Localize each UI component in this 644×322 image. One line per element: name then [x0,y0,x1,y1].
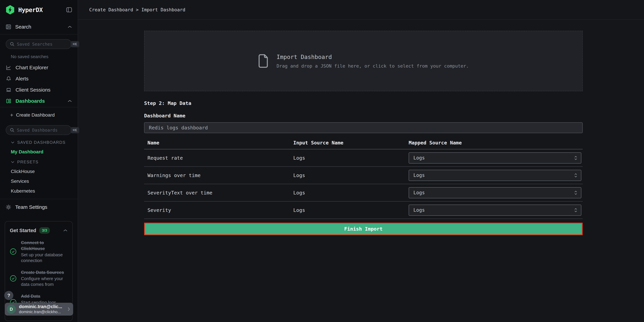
chart-line-icon [6,65,12,70]
finish-import-label: Finish Import [344,226,383,232]
select-value: Logs [414,190,574,196]
sidebar-item-label: Alerts [16,76,28,82]
row-name: Request rate [144,155,293,161]
dashboard-name-label: Dashboard Name [144,113,583,118]
sidebar: HyperDX Search [0,0,78,322]
create-dashboard-label: Create Dashboard [16,112,55,118]
avatar: D [7,304,16,314]
bell-icon [6,76,12,82]
select-chevrons-icon [574,208,578,212]
create-dashboard-button[interactable]: + Create Dashboard [0,110,78,120]
get-started-item-connect[interactable]: Connect to ClickHouse Set up your databa… [10,240,68,264]
mapped-source-select[interactable]: Logs [409,152,581,164]
file-icon [258,54,268,68]
chevron-up-icon [68,100,72,102]
sidebar-item-alerts[interactable]: Alerts [0,73,78,84]
sidebar-item-client-sessions[interactable]: Client Sessions [0,84,78,96]
gear-icon [6,204,11,210]
task-description: Configure where your data comes from [21,276,68,287]
sidebar-collapse-icon[interactable] [66,7,72,12]
sidebar-item-label: Dashboards [16,98,45,104]
presets-header-label: PRESETS [17,160,38,164]
topbar: Create Dashboard > Import Dashboard [78,0,644,20]
column-header-name: Name [144,140,293,146]
sidebar-section-search[interactable]: Search [0,20,78,34]
user-menu[interactable]: D dominic.tran@clic... dominic.tran@clic… [5,303,73,316]
sidebar-item-dashboards[interactable]: Dashboards [0,96,78,106]
user-email: dominic.tran@clickho... [19,309,68,314]
plus-icon: + [10,112,13,118]
get-started-progress-badge: 3/3 [39,227,50,234]
mapped-source-select[interactable]: Logs [409,170,581,181]
column-header-mapped-source: Mapped Source Name [409,140,583,146]
finish-import-button[interactable]: Finish Import [144,223,583,235]
task-title: Connect to ClickHouse [21,240,68,252]
dashboard-name-input[interactable] [144,122,583,133]
mapped-source-select[interactable]: Logs [409,204,581,216]
dropzone-title: Import Dashboard [276,54,469,60]
row-input-source: Logs [293,190,409,196]
task-title: Create Data Sources [21,270,68,275]
table-row: Severity Logs Logs [144,202,583,219]
sidebar-item-clickhouse[interactable]: ClickHouse [11,169,78,174]
select-value: Logs [414,155,574,161]
check-circle-icon [10,248,16,255]
chevron-down-icon [11,141,14,144]
table-row: Request rate Logs Logs [144,149,583,167]
get-started-title: Get Started [10,228,36,233]
saved-dashboards-header-label: SAVED DASHBOARDS [17,140,66,145]
table-row: SeverityText over time Logs Logs [144,184,583,202]
saved-dashboards-section-header[interactable]: SAVED DASHBOARDS [11,140,78,145]
chevron-down-icon [11,161,14,163]
team-settings-label: Team Settings [15,204,47,210]
search-section-icon [6,24,11,30]
user-name: dominic.tran@clic... [19,304,68,309]
sidebar-nav: Chart Explorer Alerts Client Sessions [0,62,78,107]
row-name: Severity [144,207,293,213]
saved-searches-input[interactable] [17,42,70,47]
shortcut-badge: ⌘K [70,41,79,47]
saved-dashboards-input[interactable] [17,128,70,132]
sidebar-item-chart-explorer[interactable]: Chart Explorer [0,62,78,73]
get-started-item-sources[interactable]: Create Data Sources Configure where your… [10,270,68,287]
row-name: Warnings over time [144,172,293,178]
sidebar-item-team-settings[interactable]: Team Settings [0,199,78,215]
chevron-up-icon [63,229,68,232]
no-saved-searches-text: No saved searches [11,54,78,59]
sidebar-item-kubernetes[interactable]: Kubernetes [11,188,78,194]
dropzone-texts: Import Dashboard Drag and drop a JSON fi… [276,54,469,68]
saved-dashboards-search[interactable]: ⌘K [6,125,72,135]
dropzone-subtitle: Drag and drop a JSON file here, or click… [276,63,469,68]
task-description: Set up your database connection [21,252,68,264]
sidebar-item-my-dashboard[interactable]: My Dashboard [11,149,78,154]
row-input-source: Logs [293,207,409,213]
search-icon [10,128,14,132]
main-area: Create Dashboard > Import Dashboard Impo… [78,0,644,322]
task-title: Add Data [21,293,68,299]
breadcrumb: Create Dashboard > Import Dashboard [89,7,185,12]
import-dropzone[interactable]: Import Dashboard Drag and drop a JSON fi… [144,31,583,91]
layout-grid-icon [6,98,12,104]
presets-section-header[interactable]: PRESETS [11,160,78,164]
mapped-source-select[interactable]: Logs [409,187,581,198]
check-circle-icon [10,275,16,282]
saved-searches-search[interactable]: ⌘K [6,39,72,49]
sidebar-item-label: Chart Explorer [16,65,48,70]
search-section-label: Search [15,24,31,30]
search-icon [10,42,14,46]
sidebar-item-services[interactable]: Services [11,178,78,184]
help-button[interactable]: ? [4,291,13,300]
table-row: Warnings over time Logs Logs [144,167,583,184]
select-value: Logs [414,207,574,213]
chevron-up-icon [68,26,72,28]
row-input-source: Logs [293,172,409,178]
row-name: SeverityText over time [144,190,293,196]
get-started-header[interactable]: Get Started 3/3 [10,227,68,234]
laptop-icon [6,87,12,92]
step-label: Step 2: Map Data [144,100,583,106]
app-title: HyperDX [18,6,43,13]
hyperdx-logo-icon [6,4,15,15]
table-header: Name Input Source Name Mapped Source Nam… [144,140,583,149]
select-chevrons-icon [574,173,578,178]
chevron-right-icon [68,307,70,311]
